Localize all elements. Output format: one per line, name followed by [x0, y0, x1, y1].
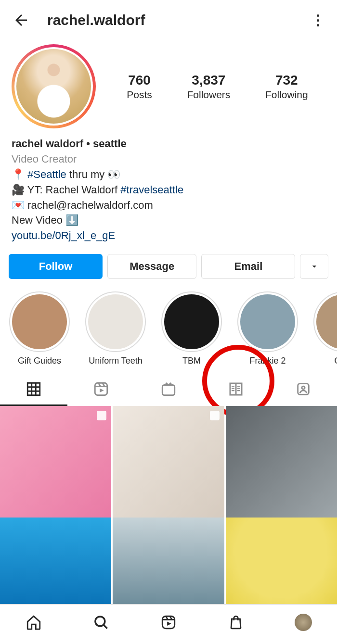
- story-ring-avatar[interactable]: [12, 44, 96, 128]
- svg-rect-1: [162, 385, 175, 395]
- profile-header: rachel.waldorf: [0, 0, 337, 37]
- back-button[interactable]: [10, 9, 33, 32]
- svg-point-4: [95, 617, 105, 626]
- carousel-icon: [210, 411, 220, 420]
- tab-grid[interactable]: [0, 373, 67, 405]
- highlight-tbm[interactable]: TBM: [161, 291, 222, 366]
- post-thumbnail[interactable]: [0, 518, 111, 604]
- display-name: rachel waldorf • seattle: [12, 136, 325, 152]
- bio-line-3: 💌 rachel@rachelwaldorf.com: [12, 198, 325, 213]
- profile-summary: 760 Posts 3,837 Followers 732 Following: [0, 37, 337, 133]
- igtv-icon: [160, 381, 177, 397]
- username-title: rachel.waldorf: [33, 12, 308, 28]
- post-grid: [0, 406, 337, 517]
- grid-icon: [26, 381, 42, 397]
- tab-igtv[interactable]: [135, 373, 202, 405]
- stat-following-label: Following: [265, 89, 308, 101]
- arrow-left-icon: [13, 12, 30, 29]
- post-thumbnail[interactable]: [113, 406, 224, 517]
- pin-icon: 📍: [12, 168, 25, 180]
- bio-line-4: New Video ⬇️: [12, 213, 325, 228]
- tagged-icon: [295, 381, 311, 397]
- stat-followers-value: 3,837: [187, 73, 230, 88]
- bio-line-2: 🎥 YT: Rachel Waldorf #travelseattle: [12, 182, 325, 198]
- tab-reels[interactable]: [67, 373, 135, 405]
- follow-button[interactable]: Follow: [9, 254, 103, 279]
- stat-posts-value: 760: [127, 73, 152, 88]
- highlight-ootd[interactable]: Ootd: [313, 291, 337, 366]
- bio-section: rachel waldorf • seattle Video Creator 📍…: [0, 133, 337, 249]
- feed-tabs-wrapper: [0, 373, 337, 406]
- highlight-uniform-teeth[interactable]: Uniform Teeth: [85, 291, 146, 366]
- message-button[interactable]: Message: [107, 254, 196, 279]
- nav-profile-avatar: [295, 614, 312, 631]
- highlight-label: Gift Guides: [9, 356, 70, 366]
- highlight-frankie-2[interactable]: Frankie 2: [237, 291, 298, 366]
- stat-followers[interactable]: 3,837 Followers: [187, 73, 230, 101]
- stat-following-value: 732: [265, 73, 308, 88]
- stat-posts-label: Posts: [127, 89, 152, 101]
- bio-line2-pre: 🎥 YT: Rachel Waldorf: [12, 184, 120, 196]
- profile-picture: [16, 49, 91, 124]
- bio-line1-rest: thru my 👀: [66, 168, 121, 180]
- shop-icon: [228, 614, 244, 631]
- nav-home[interactable]: [23, 612, 44, 633]
- carousel-icon: [97, 411, 106, 420]
- feed-tabs: [0, 373, 337, 405]
- suggested-users-button[interactable]: [300, 254, 328, 279]
- hashtag-seattle[interactable]: #Seattle: [27, 168, 66, 180]
- home-icon: [26, 614, 42, 631]
- email-button[interactable]: Email: [201, 254, 295, 279]
- bio-external-link[interactable]: youtu.be/0Rj_xl_e_gE: [12, 229, 115, 241]
- highlight-gift-guides[interactable]: Gift Guides: [9, 291, 70, 366]
- bio-line-1: 📍 #Seattle thru my 👀: [12, 167, 325, 182]
- post-thumbnail[interactable]: [226, 406, 337, 517]
- search-icon: [93, 614, 109, 631]
- kebab-menu-icon: [317, 14, 319, 26]
- post-grid-row-2: [0, 518, 337, 604]
- story-highlights: Gift Guides Uniform Teeth TBM Frankie 2 …: [0, 288, 337, 373]
- stat-posts[interactable]: 760 Posts: [127, 73, 152, 101]
- guides-icon: [227, 380, 245, 398]
- stat-following[interactable]: 732 Following: [265, 73, 308, 101]
- stat-followers-label: Followers: [187, 89, 230, 101]
- highlight-label: TBM: [161, 356, 222, 366]
- tab-tagged[interactable]: [270, 373, 337, 405]
- post-thumbnail[interactable]: [0, 406, 111, 517]
- bottom-nav: [0, 604, 337, 641]
- highlight-label: Frankie 2: [237, 356, 298, 366]
- nav-search[interactable]: [91, 612, 112, 633]
- reels-nav-icon: [160, 614, 177, 631]
- highlight-label: Uniform Teeth: [85, 356, 146, 366]
- nav-profile[interactable]: [293, 612, 314, 633]
- profile-category: Video Creator: [12, 152, 325, 167]
- nav-reels[interactable]: [158, 612, 179, 633]
- nav-shop[interactable]: [225, 612, 246, 633]
- action-buttons: Follow Message Email: [0, 249, 337, 288]
- tab-guides[interactable]: [202, 373, 270, 405]
- profile-stats: 760 Posts 3,837 Followers 732 Following: [109, 73, 325, 101]
- highlight-label: Ootd: [313, 356, 337, 366]
- svg-point-3: [302, 386, 305, 389]
- post-thumbnail[interactable]: [113, 518, 224, 604]
- chevron-down-icon: [310, 262, 319, 271]
- reels-icon: [93, 381, 109, 397]
- options-menu-button[interactable]: [308, 14, 327, 26]
- hashtag-travelseattle[interactable]: #travelseattle: [120, 184, 183, 196]
- post-thumbnail[interactable]: [226, 518, 337, 604]
